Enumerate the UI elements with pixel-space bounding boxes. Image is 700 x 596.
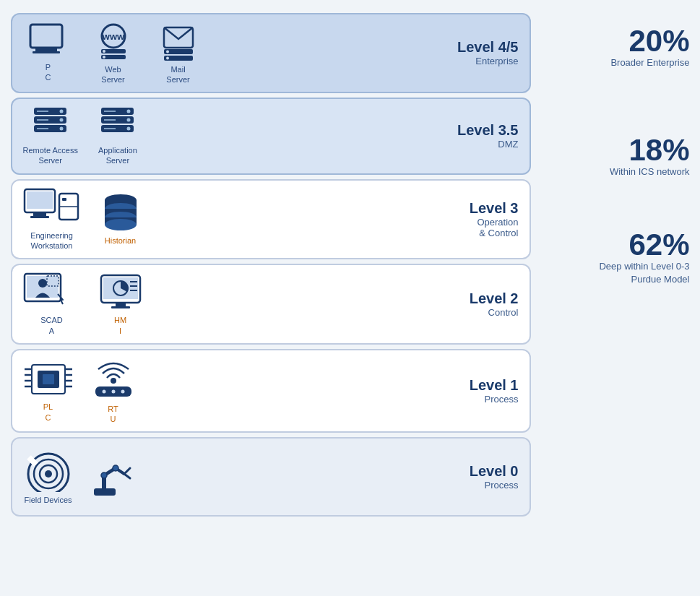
svg-point-85 <box>113 465 118 471</box>
stat-35-percent: 18% <box>628 135 689 165</box>
level-3-box: EngineeringWorkstation Historian <box>11 179 531 260</box>
workstation-icon <box>23 188 81 228</box>
level-0-box: Field Devices <box>11 437 531 517</box>
svg-point-73 <box>111 389 115 393</box>
hmi-label: HMI <box>114 315 126 336</box>
level-35-box: Remote AccessServer ApplicationSe <box>11 98 531 175</box>
svg-point-28 <box>127 118 131 122</box>
mail-server-icon <box>153 22 204 61</box>
sensor-item: Field Devices <box>23 449 74 505</box>
level-3-icons: EngineeringWorkstation Historian <box>23 188 432 251</box>
app-server-icon <box>94 106 141 142</box>
level-45-icons: PC www WebServer <box>23 22 432 85</box>
mail-server-label: MailServer <box>166 64 189 85</box>
level-0-name: Process <box>432 480 519 491</box>
svg-point-27 <box>127 110 131 113</box>
levels-column: PC www WebServer <box>11 13 531 584</box>
plc-icon <box>23 359 74 399</box>
svg-point-8 <box>103 50 105 53</box>
svg-point-72 <box>102 389 105 393</box>
web-server-icon: www <box>88 22 139 61</box>
level-45-box: PC www WebServer <box>11 13 531 94</box>
remote-server-icon <box>27 106 74 142</box>
svg-point-70 <box>111 378 116 384</box>
workstation-label: EngineeringWorkstation <box>30 230 73 251</box>
level-1-num: Level 1 <box>432 377 519 394</box>
svg-rect-3 <box>33 27 60 44</box>
svg-point-20 <box>60 127 64 131</box>
sensor-icon <box>23 449 74 492</box>
level-35-num: Level 3.5 <box>432 122 519 139</box>
svg-text:www: www <box>101 31 124 42</box>
level-35-info: Level 3.5 DMZ <box>432 122 519 150</box>
pc-label: PC <box>46 62 51 83</box>
pc-icon <box>27 23 70 59</box>
historian-label: Historian <box>105 236 136 246</box>
stat-45-desc: Broader Enterprise <box>610 56 689 69</box>
level-1-icons: PLC RTU <box>23 358 432 425</box>
level-35-name: DMZ <box>432 139 519 150</box>
scada-label: SCADA <box>40 315 63 336</box>
svg-point-49 <box>38 279 47 288</box>
svg-point-78 <box>45 470 52 478</box>
rtu-item: RTU <box>88 358 139 425</box>
svg-rect-58 <box>111 306 130 308</box>
stat-3: 62% Deep within Level 0-3Purdue Model <box>545 224 690 292</box>
level-2-icons: SCADA <box>23 272 432 336</box>
app-server-label: ApplicationServer <box>98 145 137 166</box>
historian-icon <box>99 193 142 233</box>
stats-column: 20% Broader Enterprise 18% Within ICS ne… <box>531 13 690 584</box>
pc-item: PC <box>23 23 74 83</box>
svg-rect-69 <box>43 374 54 384</box>
svg-point-19 <box>60 118 64 122</box>
svg-point-46 <box>105 219 137 230</box>
plc-item: PLC <box>23 359 74 423</box>
plc-label: PLC <box>43 402 53 423</box>
hmi-item: HMI <box>95 272 146 336</box>
level-35-icons: Remote AccessServer ApplicationSe <box>23 106 432 166</box>
svg-point-84 <box>101 472 107 478</box>
stat-35: 18% Within ICS network <box>545 129 690 184</box>
main-container: PC www WebServer <box>4 6 697 591</box>
level-3-info: Level 3 Operation& Control <box>432 200 519 238</box>
level-45-info: Level 4/5 Enterprise <box>432 39 519 66</box>
level-2-name: Control <box>432 307 519 318</box>
svg-rect-57 <box>116 303 126 306</box>
web-server-label: WebServer <box>101 64 124 85</box>
robot-icon <box>88 454 139 497</box>
level-1-info: Level 1 Process <box>432 377 519 405</box>
level-2-num: Level 2 <box>432 290 519 307</box>
level-0-num: Level 0 <box>432 463 519 480</box>
svg-point-29 <box>127 127 131 131</box>
remote-server-item: Remote AccessServer <box>23 106 78 166</box>
level-2-info: Level 2 Control <box>432 290 519 318</box>
level-0-info: Level 0 Process <box>432 463 519 491</box>
level-1-box: PLC RTU <box>11 349 531 433</box>
level-1-name: Process <box>432 394 519 405</box>
svg-point-13 <box>166 50 169 53</box>
rtu-icon <box>88 358 139 401</box>
svg-point-18 <box>60 110 64 113</box>
svg-rect-36 <box>30 216 49 218</box>
level-0-icons: Field Devices <box>23 449 432 505</box>
level-2-box: SCADA <box>11 264 531 345</box>
stat-3-percent: 62% <box>628 230 689 260</box>
stat-45-percent: 20% <box>628 26 689 56</box>
scada-icon <box>23 272 81 312</box>
stat-3-desc: Deep within Level 0-3Purdue Model <box>599 260 689 286</box>
remote-server-label: Remote AccessServer <box>23 145 78 166</box>
svg-point-9 <box>103 56 105 59</box>
sensor-label: Field Devices <box>24 495 72 505</box>
stat-45: 20% Broader Enterprise <box>545 20 690 75</box>
historian-item: Historian <box>95 193 146 246</box>
level-45-num: Level 4/5 <box>432 39 519 56</box>
scada-item: SCADA <box>23 272 81 336</box>
level-45-name: Enterprise <box>432 56 519 66</box>
rtu-label: RTU <box>108 404 118 425</box>
svg-rect-38 <box>62 198 66 201</box>
robot-item <box>88 454 139 500</box>
svg-point-14 <box>166 56 169 59</box>
app-server-item: ApplicationServer <box>92 106 143 166</box>
web-server-item: www WebServer <box>88 22 139 85</box>
stat-35-desc: Within ICS network <box>610 165 690 178</box>
